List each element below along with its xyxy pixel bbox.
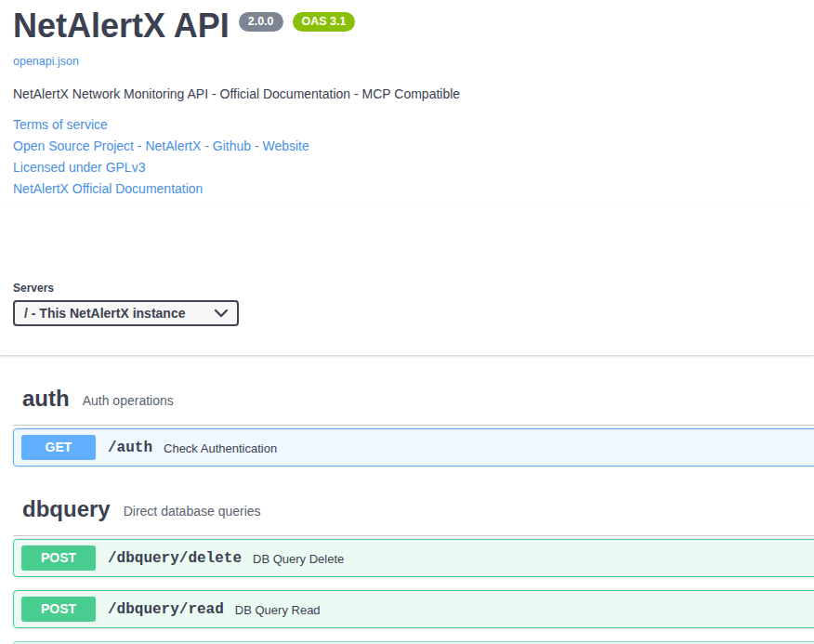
- openapi-json-link[interactable]: openapi.json: [13, 55, 814, 68]
- opblock-get-auth: GET /auth Check Authentication: [13, 428, 814, 467]
- tag-name: auth: [22, 386, 70, 412]
- tag-header-auth[interactable]: auth Auth operations: [13, 386, 814, 426]
- title-row: NetAlertX API 2.0.0 OAS 3.1: [13, 7, 814, 45]
- api-info-section: NetAlertX API 2.0.0 OAS 3.1 openapi.json…: [0, 0, 814, 195]
- tag-description: Direct database queries: [124, 504, 261, 519]
- opblock-summary[interactable]: POST /dbquery/delete DB Query Delete: [14, 540, 814, 576]
- endpoint-summary: DB Query Delete: [253, 552, 344, 566]
- oas-badge: OAS 3.1: [293, 12, 356, 32]
- page-title: NetAlertX API: [13, 7, 230, 45]
- opblock-summary[interactable]: GET /auth Check Authentication: [14, 429, 814, 466]
- terms-of-service-link[interactable]: Terms of service: [13, 118, 814, 131]
- chevron-down-icon: [215, 309, 228, 318]
- endpoint-path: /auth: [108, 440, 152, 456]
- tag-section-dbquery: dbquery Direct database queries POST /db…: [13, 496, 814, 644]
- method-badge-post[interactable]: POST: [21, 597, 96, 622]
- tag-header-dbquery[interactable]: dbquery Direct database queries: [13, 496, 814, 536]
- open-source-project-link[interactable]: Open Source Project - NetAlertX - Github…: [13, 139, 814, 152]
- servers-select[interactable]: / - This NetAlertX instance: [13, 300, 239, 326]
- license-link[interactable]: Licensed under GPLv3: [13, 161, 814, 174]
- opblock-post-dbquery-read: POST /dbquery/read DB Query Read: [13, 590, 814, 628]
- scheme-container: Servers / - This NetAlertX instance: [0, 204, 814, 356]
- api-description: NetAlertX Network Monitoring API - Offic…: [13, 86, 814, 101]
- method-badge-get[interactable]: GET: [21, 435, 96, 460]
- tag-name: dbquery: [22, 496, 111, 522]
- endpoint-summary: DB Query Read: [235, 603, 321, 617]
- info-links: Terms of service Open Source Project - N…: [13, 118, 814, 195]
- official-documentation-link[interactable]: NetAlertX Official Documentation: [13, 182, 814, 195]
- endpoint-path: /dbquery/read: [108, 601, 224, 618]
- endpoint-summary: Check Authentication: [164, 441, 277, 455]
- version-badge: 2.0.0: [239, 12, 283, 32]
- opblock-summary[interactable]: POST /dbquery/read DB Query Read: [14, 591, 814, 627]
- endpoint-path: /dbquery/delete: [108, 550, 242, 567]
- servers-label: Servers: [13, 282, 814, 295]
- tag-section-auth: auth Auth operations GET /auth Check Aut…: [13, 386, 814, 467]
- method-badge-post[interactable]: POST: [21, 545, 96, 571]
- tag-description: Auth operations: [83, 393, 174, 408]
- servers-selected-option: / - This NetAlertX instance: [24, 306, 185, 321]
- opblock-post-dbquery-delete: POST /dbquery/delete DB Query Delete: [13, 539, 814, 577]
